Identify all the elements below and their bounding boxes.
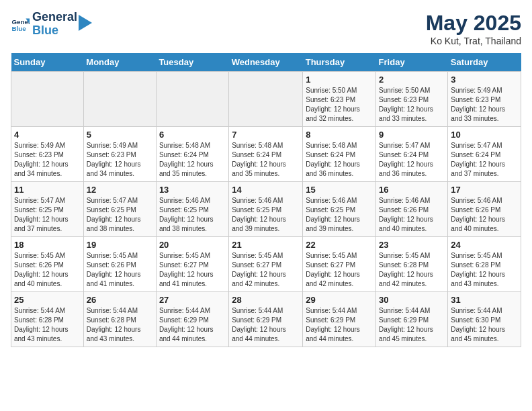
day-info: Sunrise: 5:44 AM Sunset: 6:28 PM Dayligh… [87,306,153,344]
calendar-week-1: 1Sunrise: 5:50 AM Sunset: 6:23 PM Daylig… [11,72,521,127]
calendar-cell: 9Sunrise: 5:47 AM Sunset: 6:24 PM Daylig… [376,127,448,182]
calendar-cell: 21Sunrise: 5:45 AM Sunset: 6:27 PM Dayli… [229,237,303,292]
day-info: Sunrise: 5:48 AM Sunset: 6:24 PM Dayligh… [306,141,373,179]
day-info: Sunrise: 5:50 AM Sunset: 6:23 PM Dayligh… [306,86,373,124]
logo-line2: Blue [32,24,77,38]
day-info: Sunrise: 5:46 AM Sunset: 6:25 PM Dayligh… [232,196,300,234]
day-number: 19 [87,240,153,250]
day-number: 9 [379,130,445,140]
svg-text:Blue: Blue [11,25,26,32]
day-info: Sunrise: 5:45 AM Sunset: 6:28 PM Dayligh… [451,251,518,289]
calendar-cell: 25Sunrise: 5:44 AM Sunset: 6:28 PM Dayli… [11,292,84,347]
calendar-cell: 26Sunrise: 5:44 AM Sunset: 6:28 PM Dayli… [83,292,156,347]
day-info: Sunrise: 5:47 AM Sunset: 6:24 PM Dayligh… [451,141,518,179]
logo: General Blue General Blue [11,11,92,38]
day-number: 29 [306,295,373,305]
day-number: 11 [14,185,81,195]
day-number: 20 [159,240,226,250]
day-info: Sunrise: 5:50 AM Sunset: 6:23 PM Dayligh… [379,86,445,124]
day-number: 2 [379,75,445,85]
calendar-cell: 4Sunrise: 5:49 AM Sunset: 6:23 PM Daylig… [11,127,84,182]
day-number: 25 [14,295,81,305]
calendar-cell: 23Sunrise: 5:45 AM Sunset: 6:28 PM Dayli… [376,237,448,292]
day-number: 18 [14,240,81,250]
day-number: 7 [232,130,300,140]
calendar-cell: 6Sunrise: 5:48 AM Sunset: 6:24 PM Daylig… [156,127,228,182]
calendar-week-3: 11Sunrise: 5:47 AM Sunset: 6:25 PM Dayli… [11,182,521,237]
day-number: 28 [232,295,300,305]
weekday-tuesday: Tuesday [156,53,228,72]
calendar-cell: 18Sunrise: 5:45 AM Sunset: 6:26 PM Dayli… [11,237,84,292]
day-number: 15 [306,185,373,195]
calendar-cell [83,72,156,127]
day-info: Sunrise: 5:45 AM Sunset: 6:28 PM Dayligh… [379,251,445,289]
calendar-cell: 14Sunrise: 5:46 AM Sunset: 6:25 PM Dayli… [229,182,303,237]
calendar-cell: 19Sunrise: 5:45 AM Sunset: 6:26 PM Dayli… [83,237,156,292]
calendar-cell: 7Sunrise: 5:48 AM Sunset: 6:24 PM Daylig… [229,127,303,182]
day-info: Sunrise: 5:45 AM Sunset: 6:27 PM Dayligh… [159,251,226,289]
day-number: 14 [232,185,300,195]
calendar-cell: 31Sunrise: 5:44 AM Sunset: 6:30 PM Dayli… [448,292,521,347]
month-year: May 2025 [426,11,521,36]
day-number: 3 [451,75,518,85]
calendar-cell: 8Sunrise: 5:48 AM Sunset: 6:24 PM Daylig… [303,127,376,182]
calendar-cell: 24Sunrise: 5:45 AM Sunset: 6:28 PM Dayli… [448,237,521,292]
day-info: Sunrise: 5:44 AM Sunset: 6:29 PM Dayligh… [159,306,226,344]
weekday-sunday: Sunday [11,53,84,72]
calendar-cell [11,72,84,127]
calendar-cell: 27Sunrise: 5:44 AM Sunset: 6:29 PM Dayli… [156,292,228,347]
calendar-cell: 16Sunrise: 5:46 AM Sunset: 6:26 PM Dayli… [376,182,448,237]
calendar-table: SundayMondayTuesdayWednesdayThursdayFrid… [11,53,521,347]
logo-icon: General Blue [11,15,30,34]
calendar-cell: 15Sunrise: 5:46 AM Sunset: 6:25 PM Dayli… [303,182,376,237]
page-header: General Blue General Blue May 2025 Ko Ku… [11,11,521,46]
logo-line1: General [32,11,77,24]
calendar-cell: 1Sunrise: 5:50 AM Sunset: 6:23 PM Daylig… [303,72,376,127]
day-number: 13 [159,185,226,195]
calendar-cell: 29Sunrise: 5:44 AM Sunset: 6:29 PM Dayli… [303,292,376,347]
calendar-cell: 3Sunrise: 5:49 AM Sunset: 6:23 PM Daylig… [448,72,521,127]
day-number: 1 [306,75,373,85]
calendar-cell: 13Sunrise: 5:46 AM Sunset: 6:25 PM Dayli… [156,182,228,237]
day-info: Sunrise: 5:44 AM Sunset: 6:30 PM Dayligh… [451,306,518,344]
calendar-cell: 28Sunrise: 5:44 AM Sunset: 6:29 PM Dayli… [229,292,303,347]
day-info: Sunrise: 5:49 AM Sunset: 6:23 PM Dayligh… [14,141,81,179]
day-info: Sunrise: 5:47 AM Sunset: 6:25 PM Dayligh… [87,196,153,234]
svg-marker-3 [79,15,92,31]
weekday-header-row: SundayMondayTuesdayWednesdayThursdayFrid… [11,53,521,72]
weekday-saturday: Saturday [448,53,521,72]
day-info: Sunrise: 5:46 AM Sunset: 6:25 PM Dayligh… [306,196,373,234]
day-info: Sunrise: 5:44 AM Sunset: 6:28 PM Dayligh… [14,306,81,344]
day-info: Sunrise: 5:46 AM Sunset: 6:26 PM Dayligh… [379,196,445,234]
day-number: 16 [379,185,445,195]
calendar-body: 1Sunrise: 5:50 AM Sunset: 6:23 PM Daylig… [11,72,521,347]
weekday-monday: Monday [83,53,156,72]
day-info: Sunrise: 5:45 AM Sunset: 6:27 PM Dayligh… [306,251,373,289]
calendar-cell: 5Sunrise: 5:49 AM Sunset: 6:23 PM Daylig… [83,127,156,182]
day-number: 4 [14,130,81,140]
calendar-cell: 22Sunrise: 5:45 AM Sunset: 6:27 PM Dayli… [303,237,376,292]
day-info: Sunrise: 5:45 AM Sunset: 6:26 PM Dayligh… [87,251,153,289]
day-number: 23 [379,240,445,250]
calendar-cell: 2Sunrise: 5:50 AM Sunset: 6:23 PM Daylig… [376,72,448,127]
day-info: Sunrise: 5:47 AM Sunset: 6:25 PM Dayligh… [14,196,81,234]
day-number: 10 [451,130,518,140]
day-number: 8 [306,130,373,140]
calendar-cell [229,72,303,127]
day-number: 5 [87,130,153,140]
weekday-thursday: Thursday [303,53,376,72]
day-number: 17 [451,185,518,195]
day-number: 22 [306,240,373,250]
logo-chevron [79,15,92,31]
day-info: Sunrise: 5:46 AM Sunset: 6:26 PM Dayligh… [451,196,518,234]
day-info: Sunrise: 5:47 AM Sunset: 6:24 PM Dayligh… [379,141,445,179]
day-info: Sunrise: 5:46 AM Sunset: 6:25 PM Dayligh… [159,196,226,234]
day-info: Sunrise: 5:48 AM Sunset: 6:24 PM Dayligh… [232,141,300,179]
day-number: 27 [159,295,226,305]
calendar-cell [156,72,228,127]
day-info: Sunrise: 5:48 AM Sunset: 6:24 PM Dayligh… [159,141,226,179]
calendar-cell: 10Sunrise: 5:47 AM Sunset: 6:24 PM Dayli… [448,127,521,182]
day-info: Sunrise: 5:45 AM Sunset: 6:27 PM Dayligh… [232,251,300,289]
weekday-wednesday: Wednesday [229,53,303,72]
day-number: 12 [87,185,153,195]
